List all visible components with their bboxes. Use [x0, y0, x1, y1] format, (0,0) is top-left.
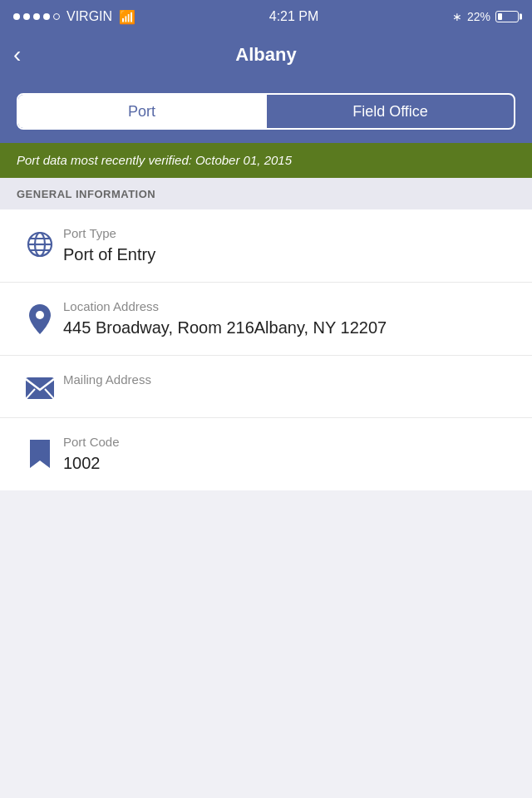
mail-icon-col: [17, 372, 63, 401]
carrier-label: VIRGIN: [66, 9, 112, 24]
segment-port[interactable]: Port: [18, 95, 265, 128]
bluetooth-icon: ∗: [452, 10, 462, 23]
svg-point-5: [36, 311, 44, 319]
segment-port-label: Port: [128, 103, 155, 121]
globe-icon: [25, 229, 55, 259]
location-address-value: 445 Broadway, Room 216Albany, NY 12207: [63, 317, 515, 338]
port-code-row: Port Code 1002: [0, 418, 532, 490]
status-right: ∗ 22%: [452, 10, 519, 23]
port-type-label: Port Type: [63, 226, 515, 240]
port-code-value: 1002: [63, 452, 515, 474]
status-time: 4:21 PM: [269, 9, 319, 24]
verified-text: Port data most recently verified: Octobe…: [17, 153, 292, 167]
section-header-label: GENERAL INFORMATION: [17, 188, 155, 200]
location-pin-icon: [26, 303, 54, 336]
battery-icon: [495, 11, 519, 22]
dot1: [13, 13, 20, 20]
mailing-address-content: Mailing Address: [63, 372, 515, 390]
back-button[interactable]: ‹: [13, 43, 21, 66]
segment-control: Port Field Office: [17, 93, 515, 130]
location-address-label: Location Address: [63, 299, 515, 313]
bookmark-icon: [28, 438, 52, 470]
mailing-address-label: Mailing Address: [63, 372, 515, 387]
status-bar: VIRGIN 📶 4:21 PM ∗ 22%: [0, 0, 532, 33]
info-card: Port Type Port of Entry Location Address…: [0, 209, 532, 490]
location-icon-col: [17, 299, 63, 336]
battery-fill: [498, 13, 502, 20]
port-type-content: Port Type Port of Entry: [63, 226, 515, 265]
verified-banner: Port data most recently verified: Octobe…: [0, 143, 532, 178]
battery-percentage: 22%: [467, 10, 490, 23]
port-code-label: Port Code: [63, 435, 515, 449]
nav-bar: ‹ Albany: [0, 33, 532, 83]
section-header: GENERAL INFORMATION: [0, 178, 532, 209]
segment-field-office-label: Field Office: [352, 103, 428, 121]
mail-icon: [24, 376, 56, 401]
location-address-content: Location Address 445 Broadway, Room 216A…: [63, 299, 515, 338]
wifi-icon: 📶: [119, 9, 135, 25]
signal-dots: [13, 13, 60, 20]
segment-field-office[interactable]: Field Office: [267, 95, 514, 128]
port-code-content: Port Code 1002: [63, 435, 515, 474]
battery-body: [495, 11, 519, 22]
page-title: Albany: [235, 44, 296, 66]
status-left: VIRGIN 📶: [13, 9, 135, 25]
dot2: [23, 13, 30, 20]
location-address-row: Location Address 445 Broadway, Room 216A…: [0, 283, 532, 356]
dot4: [43, 13, 50, 20]
svg-rect-6: [26, 377, 54, 399]
dot5: [53, 13, 60, 20]
port-type-row: Port Type Port of Entry: [0, 209, 532, 283]
dot3: [33, 13, 40, 20]
mailing-address-row: Mailing Address: [0, 356, 532, 418]
port-type-value: Port of Entry: [63, 244, 515, 265]
bookmark-icon-col: [17, 435, 63, 470]
globe-icon-col: [17, 226, 63, 259]
segment-container: Port Field Office: [0, 83, 532, 143]
